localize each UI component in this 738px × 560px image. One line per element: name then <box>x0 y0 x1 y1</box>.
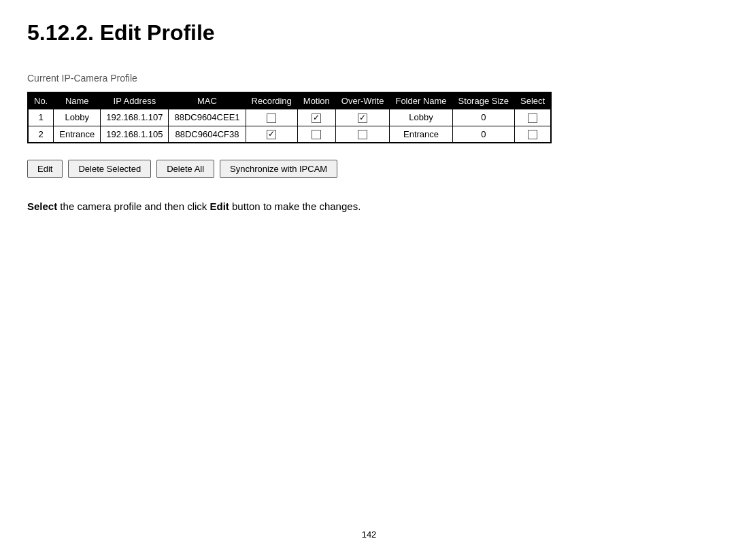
page-number: 142 <box>362 529 377 540</box>
col-header-motion: Motion <box>297 93 335 109</box>
page-title: 5.12.2. Edit Profile <box>27 20 711 46</box>
action-buttons: Edit Delete Selected Delete All Synchron… <box>27 160 711 178</box>
cell-name: Entrance <box>54 126 101 143</box>
cell-name: Lobby <box>54 109 101 126</box>
cell-recording-checkbox[interactable] <box>267 113 276 123</box>
col-header-storage: Storage Size <box>452 93 514 109</box>
synchronize-button[interactable]: Synchronize with IPCAM <box>220 160 337 178</box>
cell-storage: 0 <box>452 109 514 126</box>
description-text: Select the camera profile and then click… <box>27 198 711 215</box>
col-header-folder: Folder Name <box>390 93 452 109</box>
delete-selected-button[interactable]: Delete Selected <box>68 160 151 178</box>
edit-bold: Edit <box>210 200 229 212</box>
table-row: 2Entrance192.168.1.10588DC9604CF38Entran… <box>29 126 551 143</box>
cell-no: 1 <box>29 109 54 126</box>
cell-select[interactable] <box>515 126 551 143</box>
col-header-recording: Recording <box>246 93 297 109</box>
edit-button[interactable]: Edit <box>27 160 63 178</box>
description-middle: the camera profile and then click <box>57 200 209 212</box>
cell-recording-checkbox[interactable] <box>267 130 276 139</box>
select-bold: Select <box>27 200 57 212</box>
delete-all-button[interactable]: Delete All <box>156 160 214 178</box>
cell-motion-checkbox[interactable] <box>312 113 321 123</box>
cell-overwrite[interactable] <box>335 126 390 143</box>
cell-ip: 192.168.1.105 <box>101 126 169 143</box>
cell-storage: 0 <box>452 126 514 143</box>
cell-select[interactable] <box>515 109 551 126</box>
cell-no: 2 <box>29 126 54 143</box>
cell-select-checkbox[interactable] <box>528 130 537 139</box>
cell-folder: Lobby <box>390 109 452 126</box>
description-end: button to make the changes. <box>229 200 360 212</box>
cell-overwrite-checkbox[interactable] <box>358 113 367 123</box>
cell-overwrite[interactable] <box>335 109 390 126</box>
cell-motion[interactable] <box>297 109 335 126</box>
col-header-ip: IP Address <box>101 93 169 109</box>
cell-overwrite-checkbox[interactable] <box>358 130 367 139</box>
col-header-name: Name <box>54 93 101 109</box>
cell-folder: Entrance <box>390 126 452 143</box>
col-header-no: No. <box>29 93 54 109</box>
cell-mac: 88DC9604CF38 <box>169 126 246 143</box>
section-label: Current IP-Camera Profile <box>27 73 711 84</box>
cell-select-checkbox[interactable] <box>528 113 537 123</box>
cell-recording[interactable] <box>246 126 297 143</box>
table-row: 1Lobby192.168.1.10788DC9604CEE1Lobby0 <box>29 109 551 126</box>
cell-ip: 192.168.1.107 <box>101 109 169 126</box>
col-header-select: Select <box>515 93 551 109</box>
cell-recording[interactable] <box>246 109 297 126</box>
cell-mac: 88DC9604CEE1 <box>169 109 246 126</box>
camera-profile-table: No. Name IP Address MAC Recording Motion… <box>27 92 552 143</box>
cell-motion[interactable] <box>297 126 335 143</box>
col-header-overwrite: Over-Write <box>335 93 390 109</box>
cell-motion-checkbox[interactable] <box>312 130 321 139</box>
col-header-mac: MAC <box>169 93 246 109</box>
